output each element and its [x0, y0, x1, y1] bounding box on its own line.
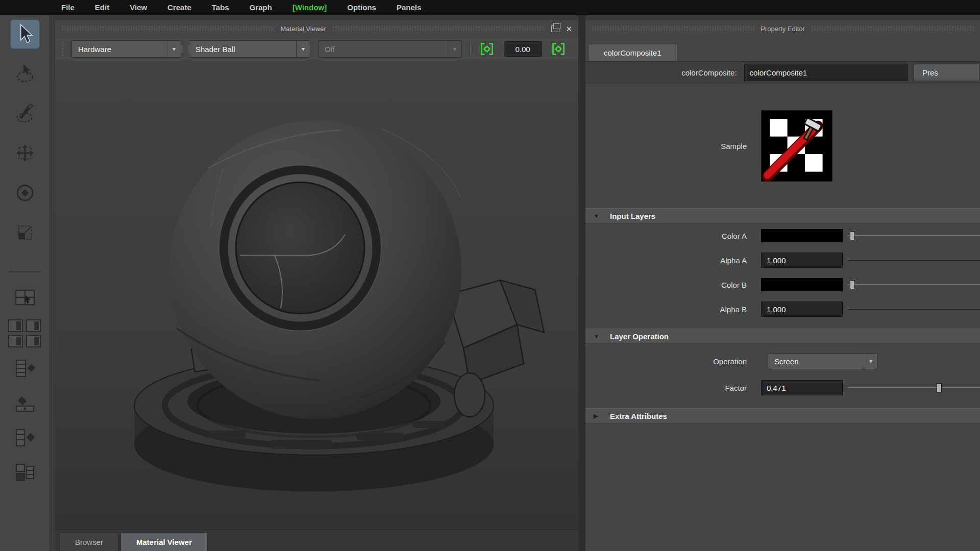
- color-a-swatch[interactable]: [761, 229, 843, 242]
- renderer-dropdown[interactable]: Hardware ▾: [71, 40, 181, 58]
- factor-slider[interactable]: [848, 383, 980, 393]
- attr-label: Color B: [585, 281, 754, 289]
- menu-edit[interactable]: Edit: [85, 0, 119, 15]
- panel-splitter[interactable]: [578, 15, 585, 551]
- float-panel-icon[interactable]: [551, 26, 559, 32]
- layout-button[interactable]: [26, 335, 41, 347]
- out-of-date-swatch-icon: [762, 111, 832, 181]
- select-tool-button[interactable]: [10, 19, 40, 49]
- rotate-tool-button[interactable]: [10, 179, 40, 208]
- attr-label: Color A: [585, 232, 754, 240]
- slider-handle[interactable]: [937, 383, 942, 392]
- section-title: Layer Operation: [610, 332, 669, 341]
- section-header-input-layers[interactable]: ▼ Input Layers: [585, 208, 980, 223]
- attr-label: Alpha A: [585, 256, 754, 265]
- material-viewport[interactable]: [55, 61, 578, 530]
- alpha-a-field[interactable]: 1.000: [761, 253, 843, 268]
- collapse-arrow-icon: ▼: [594, 213, 601, 219]
- color-b-slider[interactable]: [848, 280, 980, 290]
- layout-pair-buttons: [8, 319, 42, 347]
- layout-persp-outliner-button[interactable]: [10, 425, 40, 452]
- layout-outliner-button[interactable]: [10, 390, 40, 417]
- titlebar-drag-texture: [61, 26, 275, 31]
- property-editor-panel: Property Editor colorComposite1 colorCom…: [585, 20, 980, 551]
- menu-view[interactable]: View: [119, 0, 157, 15]
- attr-row-color-a: Color A: [585, 223, 980, 248]
- operation-dropdown-value: Screen: [774, 357, 799, 366]
- tab-browser[interactable]: Browser: [59, 532, 119, 551]
- factor-field[interactable]: 0.471: [761, 380, 843, 395]
- scale-tool-icon: [14, 222, 36, 245]
- chevron-down-icon: ▾: [296, 41, 310, 57]
- slider-track: [848, 387, 980, 388]
- layout-hypershade-button[interactable]: [10, 460, 40, 486]
- close-panel-icon[interactable]: ✕: [566, 25, 572, 33]
- persp-outliner-layout-icon: [14, 428, 36, 449]
- property-editor-titlebar[interactable]: Property Editor: [585, 20, 980, 37]
- toolbar-separator: [470, 41, 470, 57]
- attr-row-factor: Factor 0.471: [585, 374, 980, 401]
- move-tool-button[interactable]: [10, 139, 40, 168]
- tab-colorcomposite1[interactable]: colorComposite1: [588, 44, 677, 61]
- attr-row-alpha-a: Alpha A 1.000: [585, 248, 980, 272]
- color-a-slider[interactable]: [848, 231, 980, 241]
- layout-split-button[interactable]: [10, 356, 40, 382]
- attr-label: Alpha B: [585, 305, 754, 314]
- paint-select-tool-button[interactable]: [10, 99, 40, 129]
- gamma-reset-icon[interactable]: [549, 41, 568, 57]
- tab-material-viewer[interactable]: Material Viewer: [120, 532, 208, 551]
- menu-file[interactable]: File: [51, 0, 85, 15]
- operation-dropdown[interactable]: Screen ▾: [768, 353, 878, 369]
- material-viewer-panel: Material Viewer ✕ Hardware ▾ Shader Ball…: [55, 20, 578, 551]
- toolbox-divider: [9, 271, 41, 272]
- alpha-a-slider[interactable]: [848, 255, 980, 265]
- scale-tool-button[interactable]: [10, 218, 40, 248]
- menu-graph[interactable]: Graph: [239, 0, 282, 15]
- exposure-reset-icon[interactable]: [478, 41, 496, 57]
- layout-button[interactable]: [8, 319, 23, 332]
- section-header-extra-attributes[interactable]: ▶ Extra Attributes: [585, 408, 980, 423]
- attr-row-alpha-b: Alpha B 1.000: [585, 297, 980, 321]
- alpha-b-slider[interactable]: [848, 304, 980, 314]
- environment-dropdown[interactable]: Off ▾: [318, 40, 462, 58]
- alpha-b-field[interactable]: 1.000: [761, 302, 843, 317]
- node-name-row: colorComposite: colorComposite1 Pres: [585, 61, 980, 84]
- material-viewer-tabbar: Browser Material Viewer: [55, 530, 578, 551]
- section-title: Input Layers: [610, 212, 655, 220]
- layout-button[interactable]: [26, 319, 41, 332]
- section-title: Extra Attributes: [610, 412, 667, 420]
- exposure-field[interactable]: 0.00: [504, 41, 542, 57]
- renderer-dropdown-value: Hardware: [78, 45, 111, 54]
- material-viewer-titlebar[interactable]: Material Viewer ✕: [55, 20, 578, 37]
- menu-options[interactable]: Options: [337, 0, 386, 15]
- collapse-arrow-icon: ▼: [594, 333, 601, 339]
- attr-label: Factor: [585, 384, 754, 392]
- sample-swatch[interactable]: [761, 110, 832, 182]
- select-tool-icon: [14, 23, 36, 46]
- layout-button[interactable]: [8, 335, 23, 347]
- geometry-dropdown[interactable]: Shader Ball ▾: [189, 40, 310, 58]
- titlebar-drag-texture: [811, 26, 974, 31]
- environment-dropdown-value: Off: [325, 45, 335, 54]
- menu-tabs[interactable]: Tabs: [202, 0, 239, 15]
- attr-row-color-b: Color B: [585, 272, 980, 297]
- slider-track: [848, 284, 980, 285]
- attr-label: Operation: [585, 357, 754, 366]
- slider-handle[interactable]: [850, 231, 855, 240]
- section-header-layer-operation[interactable]: ▼ Layer Operation: [585, 329, 980, 344]
- menu-panels[interactable]: Panels: [386, 0, 431, 15]
- layout-four-pane-button[interactable]: [10, 285, 40, 311]
- presets-button[interactable]: Pres: [914, 64, 980, 81]
- color-b-swatch[interactable]: [761, 278, 843, 291]
- outliner-layout-icon: [14, 393, 36, 415]
- toolbar-grip-handle[interactable]: [61, 41, 64, 57]
- lasso-select-tool-button[interactable]: [10, 59, 40, 89]
- slider-handle[interactable]: [850, 280, 855, 289]
- chevron-down-icon: ▾: [448, 41, 461, 57]
- menu-window[interactable]: [Window]: [282, 0, 337, 15]
- menu-create[interactable]: Create: [157, 0, 202, 15]
- material-viewer-title: Material Viewer: [281, 25, 326, 33]
- hypershade-layout-icon: [14, 462, 36, 484]
- material-viewer-toolbar: Hardware ▾ Shader Ball ▾ Off ▾ 0.00: [55, 37, 578, 61]
- node-name-field[interactable]: colorComposite1: [744, 64, 908, 81]
